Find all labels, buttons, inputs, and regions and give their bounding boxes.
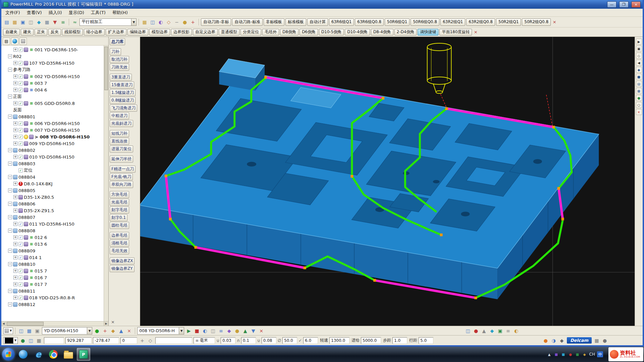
front-view-icon[interactable]: ▤: [636, 81, 642, 87]
tree-expander[interactable]: +: [13, 296, 17, 300]
cursor-z-field[interactable]: 0: [120, 337, 137, 344]
rail-close-icon[interactable]: ×: [636, 109, 642, 115]
snap-icon[interactable]: ◇: [147, 337, 154, 344]
chevron-down-icon[interactable]: ▼: [87, 327, 92, 334]
macro-button[interactable]: 直线连接: [110, 138, 129, 145]
tree-item[interactable]: +✓≡002 YD-D50R6-H150: [1, 73, 108, 80]
pattern-icon[interactable]: ◆: [488, 327, 496, 335]
macro-button[interactable]: 15垂直进刀: [110, 81, 134, 88]
toolbar-button[interactable]: 平面180度旋转: [439, 29, 472, 36]
tree-horizontal-scrollbar[interactable]: ◀ ▶: [1, 321, 108, 326]
tree-item[interactable]: −088B09: [1, 247, 108, 254]
tree-item[interactable]: ✓定位: [1, 167, 108, 174]
tree-expander[interactable]: +: [13, 276, 17, 280]
shaded-icon[interactable]: ●: [636, 95, 642, 101]
tree-expander[interactable]: +: [13, 101, 17, 105]
toolbar-button[interactable]: 自建夹: [3, 29, 20, 36]
box-select-icon[interactable]: ▣: [636, 46, 642, 52]
length-field[interactable]: 6.0: [303, 337, 318, 344]
calculator-icon[interactable]: ◫: [149, 18, 156, 26]
toolbar-button[interactable]: 标准模板: [285, 18, 306, 26]
tree-expander[interactable]: +: [13, 88, 17, 92]
tree-scrollbar-thumb[interactable]: [104, 47, 108, 90]
edit-tool-icon[interactable]: ◆: [109, 327, 117, 335]
nc-program-icon[interactable]: ≡: [59, 18, 67, 26]
half-icon[interactable]: ◐: [513, 327, 520, 335]
boundary-icon[interactable]: ▲: [480, 327, 488, 335]
tree-item[interactable]: −参考刀路: [1, 66, 108, 73]
tree-item[interactable]: −088B02: [1, 147, 108, 154]
macro-button[interactable]: 单双向刀路: [110, 181, 133, 188]
tree-item[interactable]: −088B06: [1, 200, 108, 207]
toolbar-button[interactable]: 模型边界: [149, 29, 170, 36]
stock-field[interactable]: 0.08: [262, 337, 276, 344]
taskbar-chrome-icon[interactable]: [47, 348, 60, 361]
tree-item[interactable]: 反面: [1, 107, 108, 113]
tree-item[interactable]: +✓≡016 7: [1, 274, 108, 281]
grid-icon[interactable]: ▣: [34, 327, 41, 335]
side-view-icon[interactable]: ▦: [636, 88, 642, 94]
tree-item[interactable]: +✓≡003 7: [1, 80, 108, 86]
tree-expander[interactable]: −: [8, 229, 12, 233]
toolbar1-close-icon[interactable]: ×: [552, 19, 557, 24]
tree-expander[interactable]: +: [13, 255, 17, 259]
previous-view-icon[interactable]: ◀: [636, 60, 642, 66]
tree-item[interactable]: +✓> 008 YD-D50R6-H150: [1, 133, 108, 140]
clock-icon[interactable]: ●: [233, 327, 241, 335]
toolbar-button[interactable]: 63R2组Q0.8: [466, 18, 495, 26]
tree-expander[interactable]: +: [13, 282, 17, 286]
levels-icon[interactable]: ◫: [17, 327, 25, 335]
batch-icon[interactable]: +: [189, 18, 197, 26]
toolbar-button[interactable]: 正夹: [35, 29, 47, 36]
tree-item[interactable]: +✓≡013 6: [1, 241, 108, 247]
notes-icon[interactable]: ≡: [504, 327, 512, 335]
cut-icon[interactable]: ×: [125, 327, 133, 335]
diameter-field[interactable]: 50.0: [282, 337, 297, 344]
shaded-view-icon[interactable]: ●: [93, 327, 101, 335]
toolbar-button[interactable]: 编辑边界: [127, 29, 148, 36]
recycle-icon[interactable]: ▦: [593, 337, 600, 344]
tree-item[interactable]: +✓014 1: [1, 254, 108, 261]
start-button[interactable]: [2, 348, 15, 361]
strategy-wave-icon[interactable]: ≈: [71, 18, 78, 26]
toolbar-button[interactable]: 扩大边界: [106, 29, 126, 36]
tree-expander[interactable]: −: [8, 95, 12, 99]
toolbar-button[interactable]: 50R2组Q0.8: [522, 18, 551, 26]
toolbar-button[interactable]: 自定义边界: [193, 29, 218, 36]
tree-item[interactable]: −088B08: [1, 227, 108, 234]
top-view-icon[interactable]: ■: [636, 74, 642, 80]
lower-icon[interactable]: ▼: [250, 327, 257, 335]
tolerance-field[interactable]: 0.03: [221, 337, 235, 344]
toolbar-button[interactable]: 自动计算: [307, 18, 328, 26]
tree-expander[interactable]: −: [8, 115, 12, 119]
tree-expander[interactable]: −: [8, 302, 12, 306]
block-icon[interactable]: ■: [43, 18, 51, 26]
pitch-field[interactable]: 5.0: [419, 337, 433, 344]
macro-button[interactable]: 圆柱毛坯: [110, 222, 129, 229]
macro-button[interactable]: 刻字0.1: [110, 214, 127, 221]
toolbar-button[interactable]: 毛坯外: [262, 29, 279, 36]
open-project-icon[interactable]: ▦: [11, 18, 18, 26]
world-small-icon[interactable]: ●: [19, 337, 26, 344]
tree-expander[interactable]: +: [13, 48, 17, 52]
toolbar-button[interactable]: 63R6组Q1: [329, 18, 354, 26]
tree-expander[interactable]: −: [8, 202, 12, 206]
toolbar-button[interactable]: D10-4倒角: [345, 29, 370, 36]
minimize-button[interactable]: —: [607, 1, 616, 8]
macro-button[interactable]: 刻字毛坯: [110, 206, 129, 214]
toolbar-button[interactable]: 63R6组Q0.8: [355, 18, 384, 26]
zoom-fit-icon[interactable]: ◇: [636, 53, 642, 59]
tree-item[interactable]: +✓009 YD-D50R6-H150: [1, 140, 108, 147]
simulate-play-icon[interactable]: ▶: [185, 327, 193, 335]
toolbar-button[interactable]: 50R6组Q0.8: [411, 18, 439, 26]
taskbar-explorer-icon[interactable]: [62, 348, 75, 361]
tray-alert-icon[interactable]: ●: [568, 352, 573, 357]
tree-expander[interactable]: −: [8, 175, 12, 179]
leads-icon[interactable]: ◫: [464, 327, 472, 335]
draw-tool-icon[interactable]: +: [101, 327, 109, 335]
toolbar-button[interactable]: D10-5倒角: [319, 29, 344, 36]
tree-item[interactable]: −R02: [1, 53, 108, 60]
toolbar-button[interactable]: D6倒角: [300, 29, 318, 36]
tree-item[interactable]: +✓≡001 YD-D63R6-150-: [1, 46, 108, 53]
macro-button[interactable]: 镜像边界ZY: [110, 265, 135, 272]
